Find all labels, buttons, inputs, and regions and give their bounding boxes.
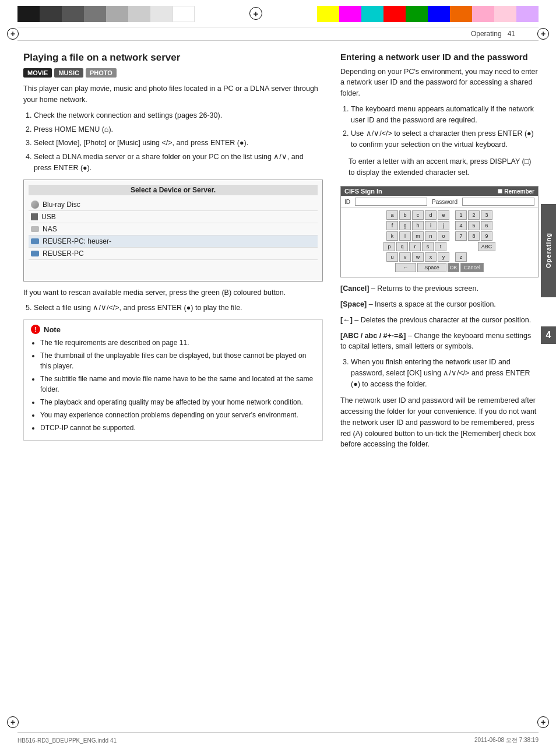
bracket-abc: [ABC / abc / #+-=&] – Change the keyboar… (340, 330, 539, 353)
right-step2-sub: To enter a letter with an accent mark, p… (349, 156, 539, 178)
key-c[interactable]: c (412, 210, 424, 220)
key-ok[interactable]: OK (448, 263, 459, 272)
device-box-spacer (29, 260, 318, 276)
key-3[interactable]: 3 (481, 210, 492, 220)
key-cancel[interactable]: Cancel (460, 263, 484, 272)
left-steps-list: Check the network connection and setting… (23, 110, 323, 174)
note-title: ! Note (31, 325, 315, 334)
right-steps-list: The keyboard menu appears automatically … (340, 104, 539, 150)
operating-sidebar: Operating (541, 204, 556, 297)
device-box-title: Select a Device or Server. (29, 185, 318, 195)
key-a[interactable]: a (386, 210, 398, 220)
nas-icon (31, 226, 39, 232)
key-7[interactable]: 7 (455, 231, 467, 241)
key-l[interactable]: l (399, 231, 411, 241)
badge-movie: MOVIE (23, 68, 52, 78)
key-4[interactable]: 4 (455, 221, 467, 230)
key-x[interactable]: x (425, 252, 437, 262)
device-bluray-label: Blu-ray Disc (43, 201, 80, 209)
key-j[interactable]: j (438, 221, 449, 230)
key-e[interactable]: e (438, 210, 449, 220)
password-input[interactable] (462, 198, 534, 206)
key-q[interactable]: q (396, 242, 408, 251)
id-input[interactable] (355, 198, 427, 206)
key-n[interactable]: n (425, 231, 437, 241)
key-y[interactable]: y (438, 252, 449, 262)
key-5[interactable]: 5 (468, 221, 480, 230)
bottom-filename: HB516-RD3_BDEUPPK_ENG.indd 41 (17, 737, 117, 744)
key-m[interactable]: m (412, 231, 424, 241)
key-9[interactable]: 9 (481, 231, 492, 241)
registration-mark-tr (537, 28, 549, 40)
cifs-title: CIFS Sign In (344, 188, 382, 195)
registration-mark-br (537, 716, 549, 728)
key-k[interactable]: k (386, 231, 398, 241)
key-z[interactable]: z (455, 252, 467, 262)
bluray-icon (31, 201, 39, 209)
remember-label: Remember (504, 188, 534, 195)
key-s[interactable]: s (422, 242, 434, 251)
right-step3-list: When you finish entering the network use… (340, 357, 539, 389)
key-v[interactable]: v (399, 252, 411, 262)
remember-checkbox[interactable] (498, 189, 502, 194)
device-item-reuser1: REUSER-PC: heuser- (29, 235, 318, 248)
note-box: ! Note The file requirements are describ… (23, 319, 323, 441)
device-item-bluray: Blu-ray Disc (29, 199, 318, 211)
key-row-2: f g h i j 4 5 6 (343, 221, 536, 230)
step-1: Check the network connection and setting… (34, 110, 323, 121)
right-step-3: When you finish entering the network use… (351, 357, 539, 389)
note-list: The file requirements are described on p… (31, 337, 315, 433)
bracket-cancel: [Cancel] – Returns to the previous scree… (340, 283, 539, 294)
cifs-box: CIFS Sign In Remember ID Password a b c … (340, 186, 539, 277)
usb-icon (31, 213, 38, 220)
bracket-space: [Space] – Inserts a space at the cursor … (340, 299, 539, 310)
bottom-timestamp: 2011-06-08 오전 7:38:19 (474, 736, 539, 744)
device-item-nas: NAS (29, 223, 318, 235)
network-icon-2 (31, 251, 39, 256)
key-abc[interactable]: ABC (478, 242, 495, 251)
key-d[interactable]: d (425, 210, 437, 220)
bracket-back-key: [←] (340, 316, 353, 324)
key-b[interactable]: b (399, 210, 411, 220)
key-h[interactable]: h (412, 221, 424, 230)
note-label: Note (44, 325, 61, 334)
cifs-bottom-row: ← Space OK Cancel (343, 263, 536, 275)
bracket-back: [←] – Deletes the previous character at … (340, 315, 539, 326)
note-item-3: The playback and operating quality may b… (40, 397, 315, 407)
key-t[interactable]: t (435, 242, 446, 251)
note-item-1: The thumbnail of the unplayable files ca… (40, 350, 315, 371)
key-p[interactable]: p (383, 242, 395, 251)
network-icon-1 (31, 238, 39, 244)
bracket-cancel-key: [Cancel] (340, 284, 369, 293)
bracket-space-desc: – Inserts a space at the cursor position… (369, 300, 496, 308)
media-badges: MOVIE MUSIC PHOTO (23, 68, 323, 78)
key-6[interactable]: 6 (481, 221, 492, 230)
device-usb-label: USB (41, 213, 56, 221)
key-1[interactable]: 1 (455, 210, 467, 220)
badge-photo: PHOTO (86, 68, 117, 78)
key-w[interactable]: w (412, 252, 424, 262)
key-r[interactable]: r (409, 242, 421, 251)
key-backspace[interactable]: ← (395, 263, 416, 272)
key-8[interactable]: 8 (468, 231, 480, 241)
registration-mark-tl (7, 28, 19, 40)
bracket-cancel-desc: – Returns to the previous screen. (371, 284, 478, 293)
key-i[interactable]: i (425, 221, 437, 230)
right-step-2: Use ∧/∨/</> to select a character then p… (351, 128, 539, 150)
key-f[interactable]: f (386, 221, 398, 230)
key-g[interactable]: g (399, 221, 411, 230)
step5-list: Select a file using ∧/∨/</>, and press E… (23, 303, 323, 314)
key-2[interactable]: 2 (468, 210, 480, 220)
right-intro: Depending on your PC's environment, you … (340, 66, 539, 99)
key-o[interactable]: o (438, 231, 449, 241)
step-5: Select a file using ∧/∨/</>, and press E… (34, 303, 323, 314)
right-column: Entering a network user ID and the passw… (340, 51, 539, 455)
left-section-title: Playing a file on a network server (23, 51, 323, 64)
step-4: Select a DLNA media server or a share fo… (34, 152, 323, 174)
sidebar-label: Operating (545, 233, 552, 269)
bracket-back-desc: – Deletes the previous character at the … (354, 316, 531, 324)
right-step-1: The keyboard menu appears automatically … (351, 104, 539, 126)
right-section-title: Entering a network user ID and the passw… (340, 51, 539, 63)
key-u[interactable]: u (386, 252, 398, 262)
key-space[interactable]: Space (417, 263, 446, 272)
